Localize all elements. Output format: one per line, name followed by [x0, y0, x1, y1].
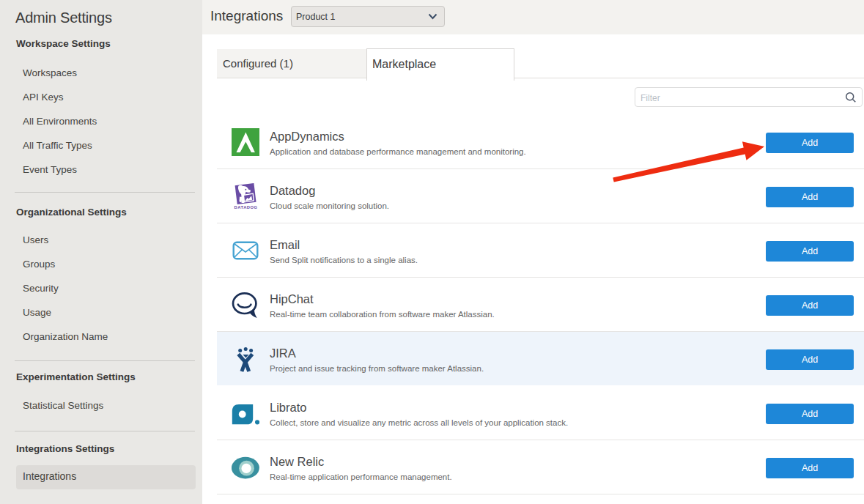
svg-text:DATADOG: DATADOG — [235, 205, 258, 210]
